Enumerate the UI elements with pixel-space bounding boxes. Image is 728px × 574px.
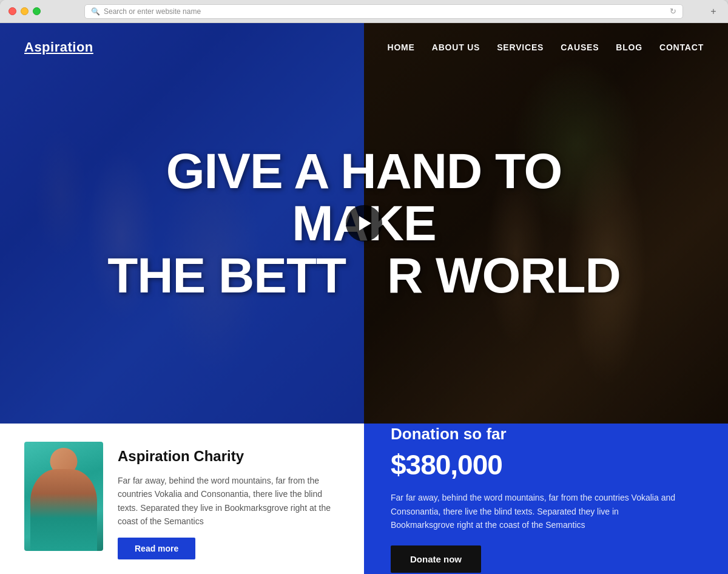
- close-dot[interactable]: [8, 7, 16, 15]
- browser-titlebar: 🔍 Search or enter website name ↻ +: [0, 0, 728, 23]
- address-bar[interactable]: 🔍 Search or enter website name ↻: [84, 4, 683, 19]
- refresh-icon[interactable]: ↻: [670, 7, 676, 16]
- donation-panel: Donation so far $380,000 Far far away, b…: [364, 424, 728, 574]
- charity-read-more-button[interactable]: Read more: [118, 538, 195, 559]
- browser-controls: [8, 7, 41, 15]
- donation-amount: $380,000: [391, 448, 701, 481]
- minimize-dot[interactable]: [21, 7, 29, 15]
- nav-item-about[interactable]: ABOUT US: [432, 40, 480, 55]
- nav-item-blog[interactable]: BLOG: [616, 40, 642, 55]
- donation-title: Donation so far: [391, 425, 701, 444]
- maximize-dot[interactable]: [33, 7, 41, 15]
- charity-text: Aspiration Charity Far far away, behind …: [118, 448, 340, 559]
- address-text: Search or enter website name: [104, 7, 670, 16]
- charity-title: Aspiration Charity: [118, 448, 340, 465]
- charity-avatar: [24, 442, 103, 551]
- nav-item-causes[interactable]: CAUSES: [561, 40, 599, 55]
- nav-item-services[interactable]: SERVICES: [497, 40, 544, 55]
- charity-description: Far far away, behind the word mountains,…: [118, 474, 340, 528]
- donate-button[interactable]: Donate now: [391, 545, 481, 573]
- nav-item-contact[interactable]: CONTACT: [659, 40, 704, 55]
- browser-window: 🔍 Search or enter website name ↻ +: [0, 0, 728, 574]
- hero-section: Aspiration HOME ABOUT US SERVICES CAUSES…: [0, 23, 728, 424]
- hero-title-line2: THE BETTR WORLD: [107, 248, 621, 303]
- bottom-section: Aspiration Charity Far far away, behind …: [0, 424, 728, 574]
- website-content: Aspiration HOME ABOUT US SERVICES CAUSES…: [0, 23, 728, 574]
- nav-logo[interactable]: Aspiration: [24, 39, 93, 55]
- nav-item-home[interactable]: HOME: [388, 40, 415, 55]
- charity-panel: Aspiration Charity Far far away, behind …: [0, 424, 364, 574]
- search-icon: 🔍: [91, 7, 100, 16]
- navbar: Aspiration HOME ABOUT US SERVICES CAUSES…: [0, 23, 728, 72]
- nav-menu: HOME ABOUT US SERVICES CAUSES BLOG CONTA…: [388, 40, 704, 55]
- donation-description: Far far away, behind the word mountains,…: [391, 491, 682, 532]
- play-button[interactable]: [346, 205, 382, 241]
- new-tab-button[interactable]: +: [707, 5, 720, 18]
- play-icon: [359, 216, 371, 231]
